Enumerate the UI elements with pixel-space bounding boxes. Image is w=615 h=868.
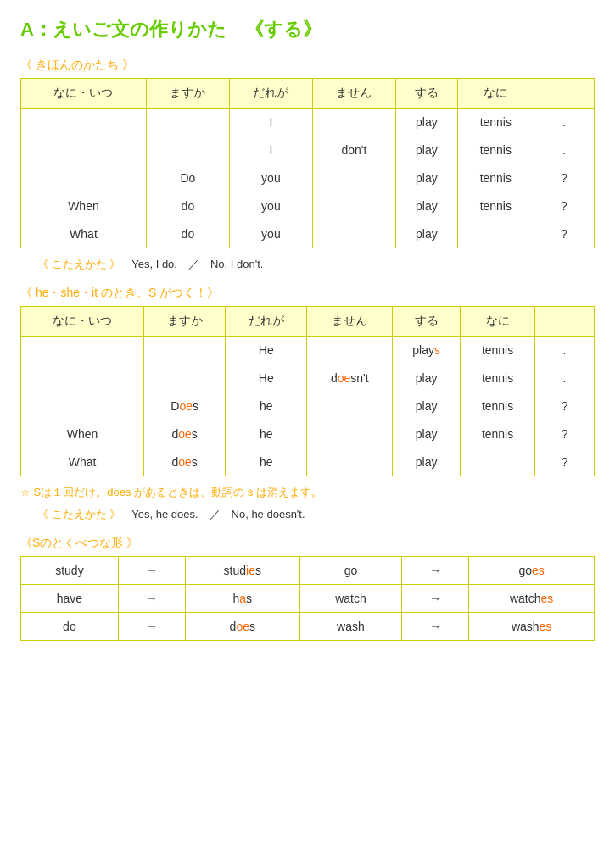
col-header-2: ますか — [146, 79, 229, 108]
col-header-7 — [534, 79, 594, 108]
section1-table: なに・いつ ますか だれが ません する なに I play tennis . — [20, 78, 595, 248]
table-row: Does he play tennis ? — [21, 392, 595, 420]
section1-answer: 《 こたえかた 》 Yes, I do. ／ No, I don't. — [37, 257, 595, 272]
star-note: ☆ Sは１回だけ。does があるときは、動詞の s は消えます。 — [20, 485, 595, 500]
es-highlight2: es — [541, 592, 554, 605]
oe-highlight: oe — [338, 371, 351, 385]
section2-answer: 《 こたえかた 》 Yes, he does. ／ No, he doesn't… — [37, 507, 595, 522]
col2-header-6: なに — [461, 307, 535, 337]
table-row: When do you play tennis ? — [21, 192, 595, 220]
section3-table: study → studies go → goes have → has wat… — [20, 556, 595, 641]
table-row: What does he play ? — [21, 448, 595, 476]
col-header-6: なに — [457, 79, 534, 108]
table-row: He doesn't play tennis . — [21, 364, 595, 392]
col2-header-4: ません — [307, 307, 393, 337]
a-highlight: a — [239, 592, 246, 605]
col-header-3: だれが — [229, 79, 312, 108]
table-row: Do you play tennis ? — [21, 164, 595, 192]
table-row: have → has watch → watches — [21, 585, 595, 613]
table-row: What do you play ? — [21, 220, 595, 248]
table-row: I don't play tennis . — [21, 136, 595, 164]
es-highlight3: es — [540, 620, 552, 633]
ie-highlight: ie — [246, 564, 255, 577]
col2-header-3: だれが — [226, 307, 307, 337]
col-header-4: ません — [312, 79, 395, 108]
es-highlight1: es — [532, 564, 545, 577]
col2-header-5: する — [393, 307, 461, 337]
table-row: I play tennis . — [21, 108, 595, 136]
section2-label: 《 he・she・it のとき、S がつく！》 — [20, 286, 595, 301]
table-row: When does he play tennis ? — [21, 420, 595, 448]
section3-label: 《Sのとくべつな形 》 — [20, 536, 595, 551]
oe-highlight3: oe — [178, 427, 192, 441]
main-title: A：えいご文の作りかた 《する》 — [20, 17, 595, 42]
oe-highlight2: oe — [179, 399, 193, 413]
s-highlight: s — [434, 343, 440, 357]
section1-label: 《 きほんのかたち 》 — [20, 58, 595, 73]
oe-highlight4: oe — [178, 455, 192, 469]
table-row: He plays tennis . — [21, 337, 595, 364]
col2-header-7 — [535, 307, 595, 337]
table-row: do → does wash → washes — [21, 613, 595, 641]
col-header-1: なに・いつ — [21, 79, 147, 108]
col-header-5: する — [395, 79, 457, 108]
table-row: study → studies go → goes — [21, 557, 595, 585]
col2-header-1: なに・いつ — [21, 307, 144, 337]
oe-highlight5: oe — [236, 620, 249, 633]
section2-table: なに・いつ ますか だれが ません する なに He plays tennis … — [20, 306, 595, 476]
col2-header-2: ますか — [144, 307, 226, 337]
